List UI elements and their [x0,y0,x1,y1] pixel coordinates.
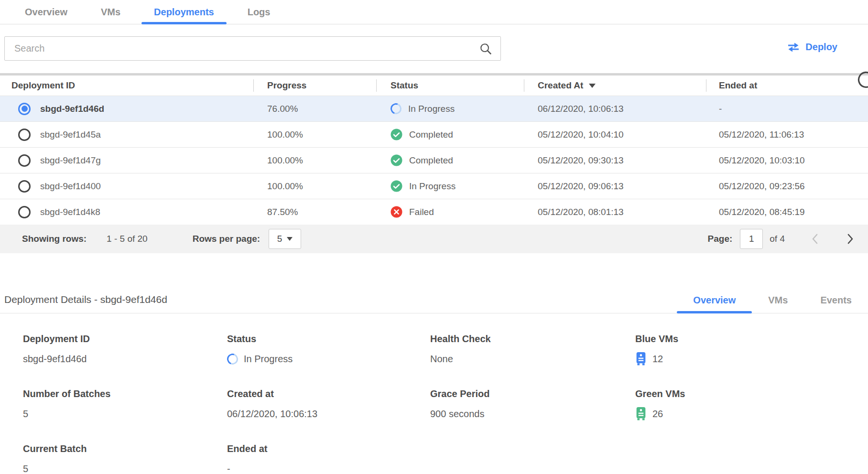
tab-deployments[interactable]: Deployments [141,0,227,24]
tab-label: VMs [768,295,788,306]
field-label: Created at [227,388,430,399]
page-total: of 4 [770,234,785,244]
field-number-of-batches: Number of Batches 5 [23,388,227,420]
check-circle-icon [391,154,402,166]
ended-at-value: 05/12/2020, 09:23:56 [706,181,868,192]
col-label: Created At [538,80,583,91]
status-label: In Progress [409,181,456,192]
field-label: Blue VMs [635,334,868,345]
field-label: Deployment ID [23,334,227,345]
field-status: Status In Progress [227,334,430,366]
progress-value: 87.50% [253,207,376,217]
created-at-value: 05/12/2020, 10:04:10 [524,129,706,140]
details-tab-events[interactable]: Events [804,287,868,313]
tab-label: Logs [248,7,271,18]
page-number-input[interactable] [740,229,763,249]
radio-icon[interactable] [18,206,31,218]
field-value: 900 seconds [430,409,484,420]
deploy-label: Deploy [805,42,837,53]
blue-vm-icon [635,352,647,366]
deployment-id: sbgd-9ef1d4k8 [40,207,100,217]
swap-arrows-icon [787,43,800,52]
pagination: Page: of 4 [708,229,856,249]
deploy-button[interactable]: Deploy [787,42,837,53]
table-row[interactable]: sbgd-9ef1d47g 100.00% Completed 05/12/20… [0,147,868,173]
field-label: Ended at [227,443,430,454]
rows-per-page-value: 5 [277,234,282,244]
search-input[interactable] [5,43,478,54]
field-label: Grace Period [430,388,635,399]
showing-rows-value: 1 - 5 of 20 [107,234,148,244]
field-current-batch: Current Batch 5 [23,443,227,474]
table-row[interactable]: sbgd-9ef1d4k8 87.50% Failed 05/12/2020, … [0,199,868,225]
field-value: sbgd-9ef1d46d [23,354,87,365]
search-icon[interactable] [478,42,493,56]
toolbar: Deploy [0,24,868,61]
field-label: Health Check [430,334,635,345]
details-tab-bar: Overview VMs Events [677,287,868,313]
prev-page-button[interactable] [810,233,821,245]
ended-at-value: - [706,104,868,114]
details-tab-vms[interactable]: VMs [752,287,804,313]
table-row[interactable]: sbgd-9ef1d46d 76.00% In Progress 06/12/2… [0,96,868,121]
status-label: Failed [409,207,434,217]
tab-logs[interactable]: Logs [235,0,283,24]
field-value: 12 [652,354,663,365]
field-value: - [227,463,230,474]
x-circle-icon [391,206,402,218]
field-blue-vms: Blue VMs 12 [635,334,868,366]
table-row[interactable]: sbgd-9ef1d400 100.00% In Progress 05/12/… [0,173,868,199]
progress-value: 76.00% [253,104,376,114]
spinner-icon [225,352,240,366]
tab-overview[interactable]: Overview [12,0,80,24]
progress-value: 100.00% [253,181,376,192]
next-page-button[interactable] [844,233,856,245]
details-grid: Deployment ID sbgd-9ef1d46d Status In Pr… [0,334,868,474]
radio-icon[interactable] [18,154,31,167]
field-grace-period: Grace Period 900 seconds [430,388,635,420]
ended-at-value: 05/12/2020, 10:03:10 [706,155,868,166]
table-row[interactable]: sbgd-9ef1d45a 100.00% Completed 05/12/20… [0,121,868,147]
ended-at-value: 05/12/2020, 11:06:13 [706,129,868,140]
dropdown-caret-icon [287,237,293,241]
field-value: 26 [652,409,663,420]
col-header-progress[interactable]: Progress [253,75,376,96]
field-value: None [430,354,453,365]
rows-per-page-select[interactable]: 5 [269,229,301,249]
deployment-id: sbgd-9ef1d46d [40,104,104,114]
progress-value: 100.00% [253,129,376,140]
showing-rows-label: Showing rows: [22,234,87,244]
page-label: Page: [708,234,733,244]
radio-selected-icon[interactable] [18,103,31,115]
created-at-value: 05/12/2020, 09:06:13 [524,181,706,192]
deployment-details-title: Deployment Details - sbgd-9ef1d46d [0,294,167,313]
col-header-deployment-id[interactable]: Deployment ID [0,75,253,96]
column-separator [524,79,524,92]
field-value: 5 [23,463,28,474]
tab-label: VMs [101,7,120,18]
created-at-value: 05/12/2020, 09:30:13 [524,155,706,166]
field-created-at: Created at 06/12/2020, 10:06:13 [227,388,430,420]
col-header-created-at[interactable]: Created At [524,75,706,96]
top-tab-bar: Overview VMs Deployments Logs [0,0,868,24]
details-tab-overview[interactable]: Overview [677,287,752,313]
spinner-icon [389,101,403,116]
table-footer: Showing rows: 1 - 5 of 20 Rows per page:… [0,225,868,253]
tab-label: Events [820,295,852,306]
col-header-status[interactable]: Status [376,75,524,96]
radio-icon[interactable] [18,180,31,193]
field-ended-at: Ended at - [227,443,430,474]
tab-vms[interactable]: VMs [88,0,133,24]
col-label: Progress [267,80,306,91]
table-header-row: Deployment ID Progress Status Created At… [0,75,868,96]
col-header-ended-at[interactable]: Ended at [706,75,868,96]
deployments-page: Overview VMs Deployments Logs Deploy Dep… [0,0,868,474]
col-label: Deployment ID [11,80,75,91]
deployment-id: sbgd-9ef1d47g [40,155,101,166]
radio-icon[interactable] [18,129,31,141]
created-at-value: 05/12/2020, 08:01:13 [524,207,706,217]
status-label: Completed [409,155,453,166]
tab-label: Overview [693,295,736,306]
deployment-id: sbgd-9ef1d400 [40,181,101,192]
status-label: Completed [409,129,453,140]
